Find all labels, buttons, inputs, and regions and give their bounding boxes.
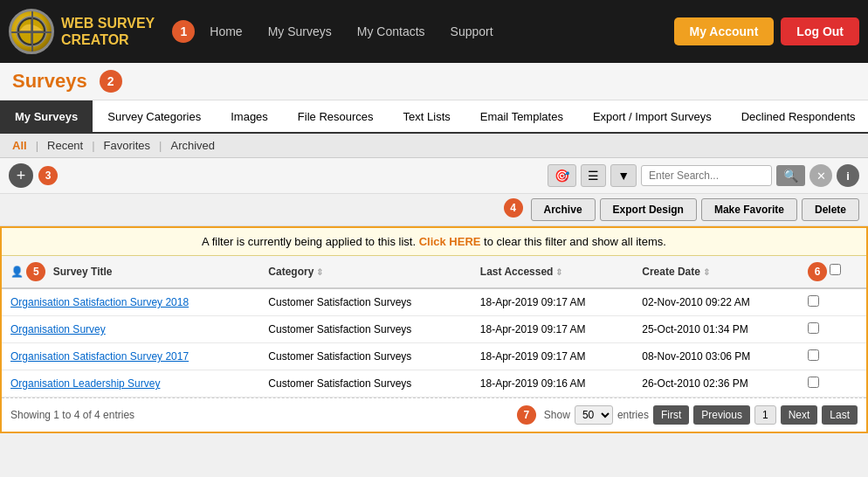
subnav-recent[interactable]: Recent	[47, 139, 83, 152]
cell-last-accessed-1: 18-Apr-2019 09:17 AM	[472, 316, 633, 343]
logout-button[interactable]: Log Out	[781, 17, 859, 45]
table-row: Organisation Satisfaction Survey 2018 Cu…	[2, 288, 866, 316]
table-footer: Showing 1 to 4 of 4 entries 7 Show 50 en…	[2, 398, 866, 432]
row-checkbox-0[interactable]	[808, 295, 819, 307]
info-icon: i	[846, 169, 850, 183]
subnav-favorites[interactable]: Favorites	[104, 139, 150, 152]
cell-checkbox-0	[799, 288, 866, 316]
first-page-button[interactable]: First	[653, 405, 689, 425]
filter-clear-link[interactable]: Click HERE	[419, 235, 481, 248]
row-checkbox-1[interactable]	[808, 322, 819, 334]
dropdown-view-button[interactable]: ▼	[610, 164, 637, 187]
table-row: Organisation Survey Customer Satisfactio…	[2, 316, 866, 343]
tab-declined-respondents[interactable]: Declined Respondents	[727, 100, 868, 132]
tab-survey-categories[interactable]: Survey Categories	[93, 100, 216, 132]
th-select-all[interactable]: 6	[799, 256, 866, 288]
th-category[interactable]: Category	[259, 256, 472, 288]
table-row: Organisation Leadership Survey Customer …	[2, 370, 866, 398]
cell-checkbox-2	[799, 343, 866, 370]
survey-link-2[interactable]: Organisation Satisfaction Survey 2017	[10, 350, 189, 363]
nav-my-contacts[interactable]: My Contacts	[347, 20, 436, 43]
page-title: Surveys	[12, 70, 87, 93]
show-entries-select[interactable]: 50	[575, 405, 613, 425]
export-design-button[interactable]: Export Design	[600, 198, 697, 221]
cell-create-date-2: 08-Nov-2010 03:06 PM	[633, 343, 799, 370]
cell-title-1: Organisation Survey	[2, 316, 259, 343]
row-checkbox-2[interactable]	[808, 349, 819, 361]
cell-title-0: Organisation Satisfaction Survey 2018	[2, 288, 259, 316]
logo-area: WEB SURVEY CREATOR	[9, 9, 155, 54]
subnav-bar: All | Recent | Favorites | Archived	[0, 134, 868, 158]
th-user: 👤 5 Survey Title	[2, 256, 259, 288]
add-survey-button[interactable]: +	[9, 163, 33, 188]
previous-page-button[interactable]: Previous	[693, 405, 750, 425]
nav-links: Home My Surveys My Contacts Support	[199, 20, 673, 43]
cell-checkbox-1	[799, 316, 866, 343]
step2-badge: 2	[100, 70, 122, 93]
step4-badge: 4	[504, 198, 523, 218]
tab-email-templates[interactable]: Email Templates	[465, 100, 578, 132]
next-page-button[interactable]: Next	[781, 405, 818, 425]
header: WEB SURVEY CREATOR 1 Home My Surveys My …	[0, 0, 868, 63]
cell-create-date-3: 26-Oct-2010 02:36 PM	[633, 370, 799, 398]
tab-file-resources[interactable]: File Resources	[283, 100, 389, 132]
table-row: Organisation Satisfaction Survey 2017 Cu…	[2, 343, 866, 370]
search-button[interactable]: 🔍	[776, 165, 805, 186]
cell-category-0: Customer Satisfaction Surveys	[259, 288, 472, 316]
survey-link-0[interactable]: Organisation Satisfaction Survey 2018	[10, 296, 189, 308]
survey-link-3[interactable]: Organisation Leadership Survey	[10, 377, 160, 390]
last-page-button[interactable]: Last	[822, 405, 858, 425]
step3-badge: 3	[38, 166, 58, 185]
main-content: A filter is currently being applied to t…	[0, 226, 868, 433]
logo-icon	[9, 9, 54, 54]
step5-badge: 5	[26, 262, 45, 281]
list-icon: ☰	[588, 169, 599, 183]
tab-text-lists[interactable]: Text Lists	[389, 100, 465, 132]
th-last-accessed[interactable]: Last Accessed	[472, 256, 633, 288]
subnav-archived[interactable]: Archived	[170, 139, 215, 152]
survey-link-1[interactable]: Organisation Survey	[10, 323, 106, 335]
table-header-row: 👤 5 Survey Title Category Last Accessed …	[2, 256, 866, 288]
tab-export-import[interactable]: Export / Import Surveys	[578, 100, 727, 132]
cell-create-date-1: 25-Oct-2010 01:34 PM	[633, 316, 799, 343]
current-page-number: 1	[754, 405, 776, 425]
step7-badge: 7	[517, 405, 536, 425]
filter-notice: A filter is currently being applied to t…	[2, 228, 866, 256]
nav-support[interactable]: Support	[440, 20, 504, 43]
search-input[interactable]	[641, 165, 772, 186]
subnav-all[interactable]: All	[12, 139, 27, 152]
user-icon: 👤	[10, 266, 24, 278]
delete-button[interactable]: Delete	[802, 198, 859, 221]
row-checkbox-3[interactable]	[808, 377, 819, 388]
cell-title-2: Organisation Satisfaction Survey 2017	[2, 343, 259, 370]
cell-last-accessed-3: 18-Apr-2019 09:16 AM	[472, 370, 633, 398]
th-create-date[interactable]: Create Date	[633, 256, 799, 288]
svg-point-0	[17, 17, 46, 46]
filter-text-before: A filter is currently being applied to t…	[202, 235, 419, 248]
search-clear-button[interactable]: ✕	[809, 164, 832, 187]
filter-text-after: to clear this filter and show all items.	[480, 235, 665, 248]
nav-home[interactable]: Home	[199, 20, 252, 43]
tab-my-surveys[interactable]: My Surveys	[0, 100, 93, 132]
showing-text: Showing 1 to 4 of 4 entries	[10, 409, 134, 421]
show-label: Show	[544, 409, 570, 421]
toolbar-right: 🎯 ☰ ▼ 🔍 ✕ i	[548, 164, 859, 187]
header-buttons: My Account Log Out	[674, 17, 859, 45]
survey-table: 👤 5 Survey Title Category Last Accessed …	[2, 256, 866, 398]
speedometer-icon: 🎯	[555, 169, 569, 183]
my-account-button[interactable]: My Account	[674, 17, 775, 45]
svg-point-1	[19, 19, 44, 44]
page-title-bar: Surveys 2	[0, 63, 868, 100]
speedometer-icon-btn[interactable]: 🎯	[548, 164, 576, 187]
step1-badge: 1	[172, 20, 195, 43]
select-all-checkbox[interactable]	[830, 264, 841, 275]
nav-my-surveys[interactable]: My Surveys	[258, 20, 342, 43]
list-view-button[interactable]: ☰	[581, 164, 606, 187]
cell-checkbox-3	[799, 370, 866, 398]
info-button[interactable]: i	[837, 164, 859, 187]
clear-icon: ✕	[816, 169, 826, 183]
archive-button[interactable]: Archive	[531, 198, 596, 221]
cell-last-accessed-0: 18-Apr-2019 09:17 AM	[472, 288, 633, 316]
make-favorite-button[interactable]: Make Favorite	[701, 198, 797, 221]
tab-images[interactable]: Images	[216, 100, 283, 132]
